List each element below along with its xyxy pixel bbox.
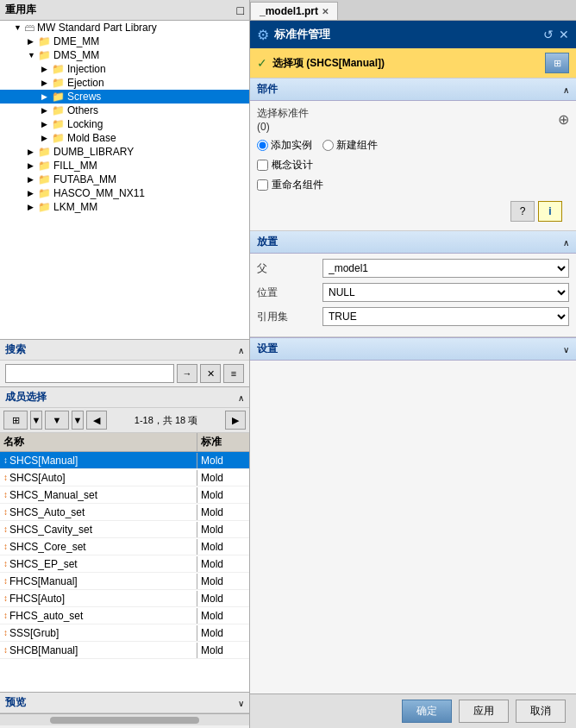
tree-expand-lkm[interactable]: ▶ <box>28 203 38 211</box>
preview-header[interactable]: 预览 <box>0 693 249 713</box>
member-name-text: SHCS_Cavity_set <box>9 524 92 536</box>
member-row[interactable]: ↕SHCB[Manual]Mold <box>0 642 249 659</box>
action-icons-row: ? i <box>257 198 569 225</box>
member-row-icon: ↕ <box>3 576 8 586</box>
close-icon[interactable]: □ <box>237 3 244 17</box>
search-clear-button[interactable]: ✕ <box>200 364 221 383</box>
member-row[interactable]: ↕SHCS_Cavity_setMold <box>0 521 249 538</box>
parts-header[interactable]: 部件 <box>250 78 576 101</box>
member-row[interactable]: ↕FHCS_auto_setMold <box>0 607 249 624</box>
member-row[interactable]: ↕FHCS[Auto]Mold <box>0 590 249 607</box>
parent-select[interactable]: _model1 <box>322 259 569 278</box>
tree-expand-injection[interactable]: ▶ <box>41 65 52 73</box>
radio-add-instance[interactable]: 添加实例 <box>257 138 312 153</box>
tree-expand-others[interactable]: ▶ <box>41 106 52 115</box>
settings-section: 设置 <box>250 337 576 361</box>
search-go-button[interactable]: → <box>177 364 197 383</box>
member-grid-button[interactable]: ⊞ <box>3 411 28 430</box>
tree-icon-ejection: 📁 <box>52 77 65 89</box>
tree-label-mw: MW Standard Part Library <box>37 22 157 34</box>
member-name-1: ↕SHCS[Auto] <box>0 470 197 486</box>
tree-expand-dme[interactable]: ▶ <box>28 37 38 46</box>
tab-model1[interactable]: _model1.prt ✕ <box>250 2 338 20</box>
tree-scroll[interactable]: ▼🗃MW Standard Part Library▶📁DME_MM▼📁DMS_… <box>0 21 249 339</box>
member-filter-dropdown[interactable]: ▼ <box>72 411 84 430</box>
member-name-text: SHCB[Manual] <box>9 644 78 656</box>
tree-expand-dms[interactable]: ▼ <box>28 51 38 60</box>
tree-item-lkm[interactable]: ▶📁LKM_MM <box>0 200 249 214</box>
search-input[interactable] <box>5 364 174 383</box>
tree-item-injection[interactable]: ▶📁Injection <box>0 62 249 76</box>
member-section-header[interactable]: 成员选择 <box>0 387 249 408</box>
selected-item-icon-btn[interactable]: ⊞ <box>545 53 569 73</box>
tree-item-moldbase[interactable]: ▶📁Mold Base <box>0 131 249 145</box>
tree-item-hasco[interactable]: ▶📁HASCO_MM_NX11 <box>0 186 249 200</box>
member-row[interactable]: ↕SHCS[Manual]Mold <box>0 452 249 469</box>
tree-icon-screws: 📁 <box>52 91 65 103</box>
tree-item-ejection[interactable]: ▶📁Ejection <box>0 76 249 90</box>
tree-label-dms: DMS_MM <box>53 49 99 61</box>
tab-bar: _model1.prt ✕ <box>250 0 576 21</box>
tree-item-dms[interactable]: ▼📁DMS_MM <box>0 48 249 62</box>
tree-label-dumb: DUMB_LIBRARY <box>53 146 134 158</box>
tree-item-dme[interactable]: ▶📁DME_MM <box>0 35 249 48</box>
tree-expand-locking[interactable]: ▶ <box>41 120 52 129</box>
cancel-button[interactable]: 取消 <box>516 700 566 723</box>
member-row[interactable]: ↕SHCS_Manual_setMold <box>0 486 249 504</box>
help-button[interactable]: ? <box>510 201 535 222</box>
tree-expand-ejection[interactable]: ▶ <box>41 78 52 87</box>
cb-concept[interactable]: 概念设计 <box>257 158 313 173</box>
refset-select[interactable]: TRUE <box>322 307 569 326</box>
member-name-text: FHCS[Auto] <box>9 593 65 605</box>
member-name-text: SHCS_Manual_set <box>9 489 97 501</box>
tree-item-mw[interactable]: ▼🗃MW Standard Part Library <box>0 21 249 35</box>
add-instance-icon[interactable]: ⊕ <box>558 111 569 128</box>
member-row[interactable]: ↕SSS[Grub]Mold <box>0 624 249 642</box>
tree-item-futaba[interactable]: ▶📁FUTABA_MM <box>0 173 249 186</box>
radio-new-component[interactable]: 新建组件 <box>322 138 378 153</box>
member-next-button[interactable]: ▶ <box>225 411 246 430</box>
ok-button[interactable]: 确定 <box>402 700 452 723</box>
preview-hscroll[interactable] <box>0 713 249 725</box>
member-row[interactable]: ↕FHCS[Manual]Mold <box>0 573 249 590</box>
member-row[interactable]: ↕SHCS_Auto_setMold <box>0 504 249 521</box>
tree-expand-screws[interactable]: ▶ <box>41 92 52 101</box>
settings-collapse-icon <box>563 343 569 355</box>
std-close-icon[interactable]: ✕ <box>559 28 569 41</box>
tree-item-fill[interactable]: ▶📁FILL_MM <box>0 159 249 173</box>
info-button[interactable]: i <box>538 201 562 222</box>
settings-header[interactable]: 设置 <box>250 337 576 361</box>
member-filter-button[interactable]: ▼ <box>45 411 69 430</box>
position-select[interactable]: NULL <box>322 283 569 302</box>
tree-item-screws[interactable]: ▶📁Screws <box>0 90 249 104</box>
tree-icon-others: 📁 <box>52 104 65 116</box>
search-section-header[interactable]: 搜索 <box>0 340 249 361</box>
tree-icon-dms: 📁 <box>38 49 51 61</box>
tree-expand-dumb[interactable]: ▶ <box>28 147 38 156</box>
tree-label-moldbase: Mold Base <box>67 132 116 144</box>
member-prev-button[interactable]: ◀ <box>86 411 107 430</box>
member-row[interactable]: ↕SHCS_Core_setMold <box>0 538 249 555</box>
tree-hscroll[interactable] <box>0 339 249 340</box>
tree-expand-fill[interactable]: ▶ <box>28 161 38 170</box>
tree-expand-mw[interactable]: ▼ <box>14 23 24 32</box>
tree-item-dumb[interactable]: ▶📁DUMB_LIBRARY <box>0 145 249 159</box>
tab-close-icon[interactable]: ✕ <box>322 7 329 16</box>
member-name-8: ↕FHCS[Auto] <box>0 591 197 606</box>
tree-expand-moldbase[interactable]: ▶ <box>41 134 52 142</box>
apply-button[interactable]: 应用 <box>459 700 509 723</box>
member-row[interactable]: ↕SHCS_EP_setMold <box>0 555 249 573</box>
member-name-9: ↕FHCS_auto_set <box>0 608 197 624</box>
cb-rename[interactable]: 重命名组件 <box>257 178 323 192</box>
tree-expand-hasco[interactable]: ▶ <box>28 189 38 198</box>
member-collapse-icon <box>238 392 244 404</box>
tree-item-others[interactable]: ▶📁Others <box>0 104 249 117</box>
placement-header[interactable]: 放置 <box>250 231 576 254</box>
member-list[interactable]: ↕SHCS[Manual]Mold↕SHCS[Auto]Mold↕SHCS_Ma… <box>0 452 249 692</box>
tree-item-locking[interactable]: ▶📁Locking <box>0 117 249 131</box>
search-options-button[interactable]: ≡ <box>223 364 244 383</box>
member-row[interactable]: ↕SHCS[Auto]Mold <box>0 469 249 486</box>
std-refresh-icon[interactable]: ↺ <box>543 28 554 41</box>
tree-expand-futaba[interactable]: ▶ <box>28 175 38 184</box>
member-grid-dropdown[interactable]: ▼ <box>30 411 42 430</box>
